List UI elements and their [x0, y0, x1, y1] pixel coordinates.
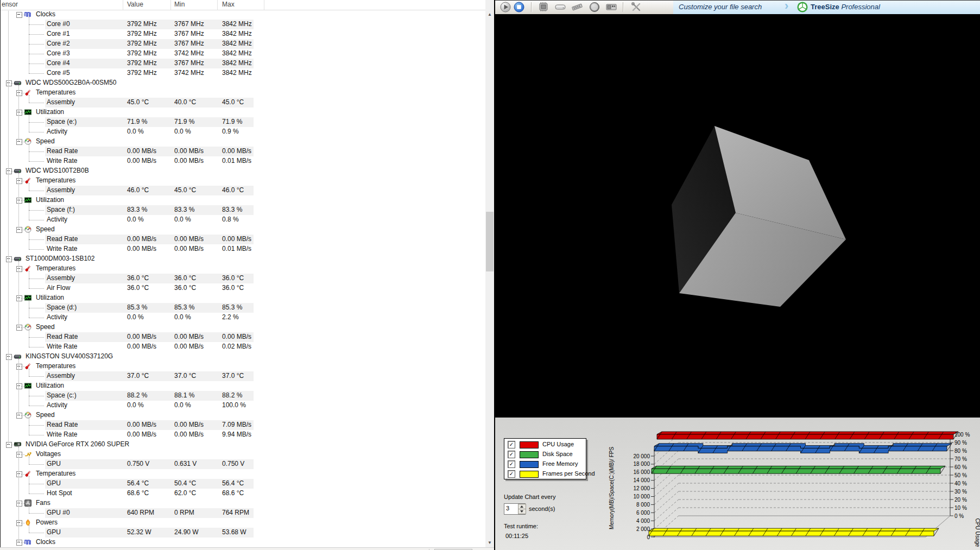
sensor-row[interactable]: Read Rate0.00 MB/s0.00 MB/s7.09 MB/s [1, 420, 486, 430]
sensor-group-row[interactable]: Powers [1, 518, 486, 528]
svg-text:0: 0 [647, 534, 650, 540]
sensor-group-row[interactable]: Temperatures [1, 264, 486, 274]
sensor-group-row[interactable]: Utilization [1, 381, 486, 391]
sensor-group-row[interactable]: Temperatures [1, 176, 486, 186]
sensor-row[interactable]: Write Rate0.00 MB/s0.00 MB/s9.94 MB/s [1, 430, 486, 440]
sensor-row[interactable]: Core #43792 MHz3767 MHz3842 MHz [1, 59, 486, 68]
sensor-row[interactable]: Core #23792 MHz3767 MHz3842 MHz [1, 39, 486, 49]
play-button[interactable] [499, 2, 512, 13]
sensor-name: Read Rate [47, 333, 78, 340]
sensor-row[interactable]: Write Rate0.00 MB/s0.00 MB/s0.01 MB/s [1, 244, 486, 254]
sensor-row[interactable]: Assembly37.0 °C37.0 °C37.0 °C [1, 371, 486, 381]
sensor-group-row[interactable]: Clocks [1, 10, 486, 20]
sensor-group-row[interactable]: Utilization [1, 108, 486, 117]
sensor-row[interactable]: Assembly46.0 °C45.0 °C46.0 °C [1, 186, 486, 195]
sensor-value: 3792 MHz [127, 30, 157, 37]
sensor-group-row[interactable]: Fans [1, 498, 486, 508]
sensor-row[interactable]: Assembly45.0 °C40.0 °C45.0 °C [1, 98, 486, 108]
column-min[interactable]: Min [174, 1, 185, 8]
legend-checkbox[interactable]: ✓ [508, 460, 515, 468]
sensor-group-row[interactable]: Speed [1, 323, 486, 332]
sensor-row[interactable]: Core #33792 MHz3742 MHz3842 MHz [1, 49, 486, 59]
scroll-down-icon[interactable]: ▼ [485, 538, 494, 547]
sensor-max: 46.0 °C [222, 186, 244, 194]
sensor-row[interactable]: Read Rate0.00 MB/s0.00 MB/s0.00 MB/s [1, 332, 486, 342]
sensor-row[interactable]: GPU #0640 RPM0 RPM764 RPM [1, 508, 486, 518]
sensor-group-row[interactable]: Clocks [1, 538, 486, 547]
sensor-value: 45.0 °C [127, 98, 149, 106]
sensor-row[interactable]: Activity0.0 %0.0 %0.8 % [1, 215, 486, 225]
tree-connector [29, 279, 44, 279]
sensor-group-row[interactable]: Utilization [1, 293, 486, 303]
sensor-row[interactable]: Assembly36.0 °C36.0 °C36.0 °C [1, 274, 486, 283]
column-divider[interactable] [264, 0, 264, 10]
stepper-down-icon[interactable] [518, 509, 526, 514]
monitor-button[interactable] [588, 2, 601, 13]
sensor-group-row[interactable]: Voltages [1, 450, 486, 459]
sensor-min: 36.0 °C [174, 274, 196, 282]
sensor-max: 2.2 % [222, 313, 239, 321]
sensor-row[interactable]: Write Rate0.00 MB/s0.00 MB/s0.02 MB/s [1, 342, 486, 352]
interval-value[interactable]: 3 [506, 505, 509, 511]
column-divider[interactable] [170, 0, 171, 10]
interval-stepper[interactable]: 3 [504, 503, 526, 515]
scroll-up-icon[interactable]: ▲ [485, 10, 494, 19]
sensor-row[interactable]: GPU52.32 W24.90 W53.68 W [1, 528, 486, 538]
tools-button[interactable] [630, 2, 643, 13]
sensor-row[interactable]: Activity0.0 %0.0 %0.9 % [1, 127, 486, 137]
sensor-group-row[interactable]: WDC WDS100T2B0B [1, 166, 486, 176]
scroll-thumb[interactable] [486, 212, 494, 271]
drive-button[interactable] [554, 2, 567, 13]
tree-connector [29, 24, 44, 25]
sensor-row[interactable]: Hot Spot68.6 °C62.0 °C68.6 °C [1, 489, 486, 498]
sensor-group-row[interactable]: Utilization [1, 195, 486, 205]
sensor-value: 0.00 MB/s [127, 245, 156, 252]
sensor-group-row[interactable]: Speed [1, 137, 486, 147]
sensor-row[interactable]: Read Rate0.00 MB/s0.00 MB/s0.00 MB/s [1, 147, 486, 156]
sensor-row[interactable]: Space (e:)71.9 %71.9 %71.9 % [1, 117, 486, 127]
sensor-row[interactable]: Write Rate0.00 MB/s0.00 MB/s0.01 MB/s [1, 156, 486, 166]
column-value[interactable]: Value [127, 1, 143, 8]
sensor-min: 3767 MHz [174, 20, 204, 28]
legend-checkbox[interactable]: ✓ [508, 441, 515, 448]
sensor-value: 3792 MHz [127, 59, 157, 67]
sensor-row[interactable]: GPU0.750 V0.631 V0.750 V [1, 459, 486, 469]
legend-checkbox[interactable]: ✓ [508, 451, 515, 458]
sensor-row[interactable]: Activity0.0 %0.0 %2.2 % [1, 313, 486, 323]
sensor-group-row[interactable]: Temperatures [1, 469, 486, 479]
sensor-group-row[interactable]: ST1000DM003-1SB102 [1, 254, 486, 264]
sensor-group-row[interactable]: Speed [1, 225, 486, 235]
svg-text:70 %: 70 % [954, 456, 967, 462]
sensor-row[interactable]: Space (f:)83.3 %83.3 %83.3 % [1, 205, 486, 215]
tree-scrollbar[interactable]: ▲ ▼ [485, 0, 494, 550]
sensor-group-row[interactable]: KINGSTON SUV400S37120G [1, 352, 486, 362]
sensor-name: Core #3 [47, 49, 70, 57]
memory-button[interactable] [571, 2, 584, 13]
sensor-row[interactable]: Activity0.0 %0.0 %100.0 % [1, 401, 486, 410]
cpu-button[interactable] [537, 2, 550, 13]
legend-checkbox[interactable]: ✓ [508, 470, 515, 478]
sensor-group-row[interactable]: Speed [1, 410, 486, 420]
sensor-row[interactable]: GPU56.4 °C50.4 °C56.4 °C [1, 479, 486, 489]
svg-text:80 %: 80 % [954, 448, 967, 454]
sensor-row[interactable]: Core #13792 MHz3767 MHz3842 MHz [1, 29, 486, 39]
stop-button[interactable] [513, 2, 526, 13]
column-sensor[interactable]: ensor [2, 1, 18, 8]
gpu-card-button[interactable] [605, 2, 618, 13]
legend-item: ✓Disk Space [508, 450, 586, 458]
column-max[interactable]: Max [222, 1, 235, 8]
sensor-row[interactable]: Space (c:)88.2 %88.1 %88.2 % [1, 391, 486, 401]
column-divider[interactable] [123, 0, 123, 10]
sensor-group-row[interactable]: WDC WDS500G2B0A-00SM50 [1, 78, 486, 88]
treesize-ad-banner[interactable]: Customize your file search › TreeSize Pr… [673, 1, 980, 14]
sensor-row[interactable]: Core #53792 MHz3742 MHz3842 MHz [1, 68, 486, 78]
sensor-row[interactable]: Space (d:)85.3 %85.3 %85.3 % [1, 303, 486, 313]
sensor-group-row[interactable]: Temperatures [1, 362, 486, 371]
sensor-group-row[interactable]: Temperatures [1, 88, 486, 98]
sensor-group-row[interactable]: NVIDIA GeForce RTX 2060 SUPER [1, 440, 486, 450]
sensor-row[interactable]: Read Rate0.00 MB/s0.00 MB/s0.00 MB/s [1, 235, 486, 244]
sensor-row[interactable]: Core #03792 MHz3767 MHz3842 MHz [1, 20, 486, 29]
sensor-min: 40.0 °C [174, 98, 196, 106]
column-divider[interactable] [217, 0, 218, 10]
sensor-row[interactable]: Air Flow36.0 °C36.0 °C36.0 °C [1, 283, 486, 293]
